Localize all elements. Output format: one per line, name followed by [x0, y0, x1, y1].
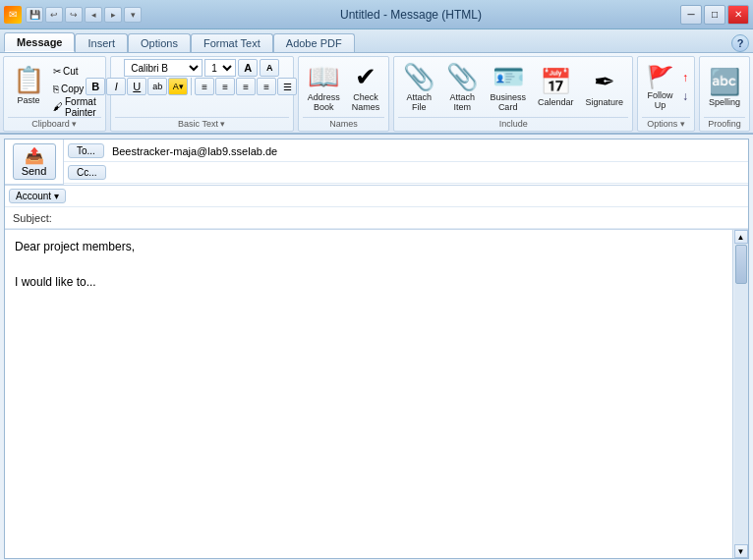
account-row: Account ▾: [5, 186, 748, 207]
bold-button[interactable]: B: [86, 78, 105, 95]
shrink-font-button[interactable]: A: [260, 59, 279, 77]
attach-file-button[interactable]: 📎 AttachFile: [398, 62, 439, 113]
calendar-button[interactable]: 📅 Calendar: [533, 62, 579, 113]
window-title: Untitled - Message (HTML): [340, 8, 482, 22]
close-button[interactable]: ✕: [727, 5, 749, 25]
app-icon: ✉: [4, 6, 22, 24]
font-size-select[interactable]: 11: [204, 59, 236, 77]
title-bar: ✉ 💾 ↩ ↪ ◂ ▸ ▾ Untitled - Message (HTML) …: [0, 0, 753, 29]
proofing-group: 🔤 Spelling Proofing: [699, 56, 750, 132]
customize-qs-button[interactable]: ▾: [124, 7, 142, 23]
check-names-button[interactable]: ✔ CheckNames: [347, 62, 385, 113]
vertical-scrollbar[interactable]: ▲ ▼: [732, 230, 748, 558]
strikethrough-button[interactable]: ab: [147, 78, 167, 95]
send-button[interactable]: 📤 Send: [13, 143, 56, 180]
copy-icon: ⎘: [53, 84, 59, 94]
send-label: Send: [22, 165, 47, 177]
options-label: Options ▾: [642, 117, 690, 129]
tab-options[interactable]: Options: [128, 33, 191, 52]
font-family-select[interactable]: Calibri B: [124, 59, 203, 77]
compose-window: 📤 Send To... Cc... Account ▾: [4, 139, 749, 559]
format-painter-icon: 🖌: [53, 101, 63, 112]
italic-button[interactable]: I: [106, 78, 126, 95]
underline-button[interactable]: U: [127, 78, 146, 95]
list-button[interactable]: ☰: [277, 78, 297, 95]
names-group: 📖 AddressBook ✔ CheckNames Names: [298, 56, 390, 132]
to-input[interactable]: [108, 143, 748, 159]
body-area: Dear project members, I would like to...…: [5, 230, 748, 558]
title-bar-left: ✉ 💾 ↩ ↪ ◂ ▸ ▾: [4, 6, 142, 24]
scroll-thumb[interactable]: [735, 245, 747, 284]
follow-up-icon: 🚩: [647, 65, 673, 90]
compose-outer: 📤 Send To... Cc... Account ▾: [0, 135, 753, 560]
send-icon: 📤: [25, 146, 44, 165]
undo-qs-button[interactable]: ↩: [45, 7, 63, 23]
address-book-button[interactable]: 📖 AddressBook: [303, 62, 345, 113]
redo-qs-button[interactable]: ↪: [65, 7, 83, 23]
business-card-icon: 🪪: [492, 62, 524, 92]
grow-font-button[interactable]: A: [238, 59, 258, 77]
tab-message[interactable]: Message: [4, 32, 75, 52]
importance-high-button[interactable]: ↑: [680, 70, 690, 86]
to-row: 📤 Send To... Cc...: [5, 140, 748, 186]
signature-icon: ✒: [594, 67, 615, 97]
fields-area: To... Cc...: [64, 140, 748, 184]
follow-up-button[interactable]: 🚩 FollowUp: [642, 62, 678, 113]
check-names-icon: ✔: [355, 62, 376, 92]
subject-label: Subject:: [5, 210, 56, 226]
tab-insert[interactable]: Insert: [75, 33, 128, 52]
spelling-button[interactable]: 🔤 Spelling: [704, 62, 745, 113]
ribbon-tabs: Message Insert Options Format Text Adobe…: [0, 29, 753, 53]
spelling-icon: 🔤: [709, 67, 740, 97]
align-left-button[interactable]: ≡: [195, 78, 214, 95]
body-textarea[interactable]: Dear project members, I would like to...: [5, 230, 732, 558]
attach-item-button[interactable]: 📎 AttachItem: [441, 62, 483, 113]
subject-row: Subject:: [5, 207, 748, 229]
include-label: Include: [398, 117, 628, 129]
attach-item-icon: 📎: [446, 62, 478, 92]
scroll-up-button[interactable]: ▲: [734, 230, 748, 244]
tab-format-text[interactable]: Format Text: [191, 33, 273, 52]
basic-text-group: Calibri B 11 A A B I U ab A▾ ≡ ≡: [110, 56, 294, 132]
attach-file-icon: 📎: [403, 62, 434, 92]
format-painter-button[interactable]: 🖌 Format Painter: [51, 98, 101, 115]
align-right-button[interactable]: ≡: [236, 78, 256, 95]
options-group: 🚩 FollowUp ↑ ↓ Options ▾: [637, 56, 695, 132]
align-center-button[interactable]: ≡: [215, 78, 235, 95]
help-button[interactable]: ?: [731, 34, 749, 52]
subject-input[interactable]: [56, 210, 748, 226]
names-label: Names: [303, 117, 385, 129]
proofing-label: Proofing: [704, 117, 745, 129]
to-field-row: To...: [64, 140, 748, 162]
paste-button[interactable]: 📋 Paste: [8, 59, 49, 110]
paste-icon: 📋: [13, 65, 44, 95]
maximize-button[interactable]: □: [704, 5, 725, 25]
save-qs-button[interactable]: 💾: [26, 7, 43, 23]
account-button[interactable]: Account ▾: [9, 189, 66, 203]
calendar-icon: 📅: [540, 67, 571, 97]
importance-low-icon: ↓: [682, 89, 688, 103]
clipboard-label: Clipboard ▾: [8, 117, 101, 129]
next-qs-button[interactable]: ▸: [104, 7, 122, 23]
tab-adobe-pdf[interactable]: Adobe PDF: [273, 33, 355, 52]
quick-access-toolbar: 💾 ↩ ↪ ◂ ▸ ▾: [26, 7, 142, 23]
prev-qs-button[interactable]: ◂: [85, 7, 102, 23]
include-group: 📎 AttachFile 📎 AttachItem 🪪 BusinessCard…: [393, 56, 633, 132]
ribbon: 📋 Paste ✂ Cut ⎘ Copy 🖌 Format: [0, 53, 753, 135]
address-book-icon: 📖: [308, 62, 339, 92]
highlight-button[interactable]: A▾: [168, 78, 188, 95]
cc-input[interactable]: [110, 165, 748, 181]
cut-icon: ✂: [53, 66, 61, 77]
cc-button[interactable]: Cc...: [68, 165, 106, 180]
to-button[interactable]: To...: [68, 143, 104, 158]
signature-button[interactable]: ✒ Signature: [580, 62, 628, 113]
business-card-button[interactable]: 🪪 BusinessCard: [485, 62, 531, 113]
cc-field-row: Cc...: [64, 162, 748, 184]
scroll-track[interactable]: [734, 244, 748, 544]
importance-high-icon: ↑: [682, 71, 688, 84]
justify-button[interactable]: ≡: [257, 78, 276, 95]
scroll-down-button[interactable]: ▼: [734, 544, 748, 558]
importance-low-button[interactable]: ↓: [680, 88, 690, 105]
minimize-button[interactable]: ─: [680, 5, 702, 25]
account-subject-area: Account ▾ Subject:: [5, 186, 748, 230]
